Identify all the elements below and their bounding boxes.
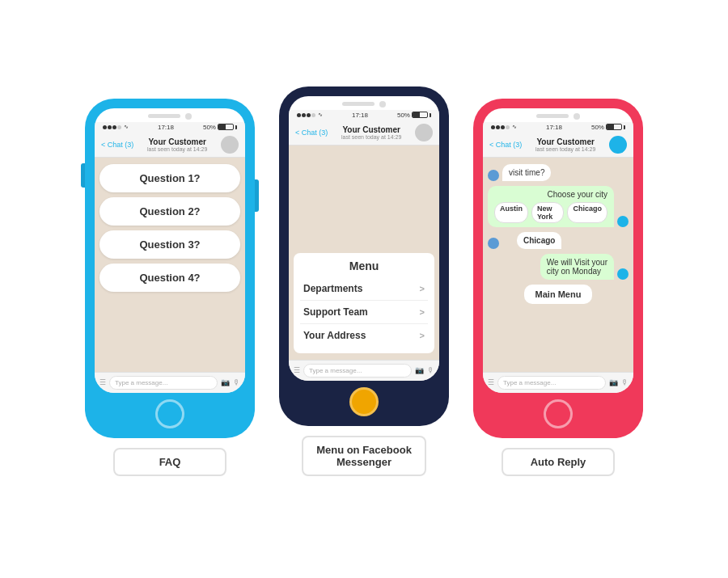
back-label: < Chat (3) (101, 141, 133, 149)
faq-q4[interactable]: Question 4? (99, 264, 240, 292)
battery-tip (624, 125, 625, 129)
chevron-right-icon: > (420, 331, 425, 340)
chat-info: Your Customer last seen today at 14:29 (332, 125, 410, 140)
faq-label: FAQ (113, 448, 226, 476)
city-austin[interactable]: Austin (494, 202, 528, 223)
sender-avatar (488, 170, 499, 181)
city-newyork[interactable]: New York (531, 202, 564, 223)
status-time: 17:18 (352, 112, 368, 119)
battery-percent: 50% (203, 124, 216, 131)
speaker (536, 114, 569, 118)
menu-item-support[interactable]: Support Team > (300, 301, 428, 324)
wifi-icon: ∿ (512, 124, 517, 130)
will-visit-bubble: We will Visit your city on Monday (540, 254, 614, 280)
msg-choose-city: Choose your city Austin New York Chicago (488, 186, 629, 227)
visit-time-text: visit time? (509, 168, 544, 177)
phone-notch (289, 96, 439, 110)
signal-dots (103, 124, 122, 131)
sender-avatar-right (617, 216, 629, 227)
home-button[interactable] (349, 387, 379, 416)
menu-item-address[interactable]: Your Address > (300, 324, 428, 347)
menu-item-departments[interactable]: Departments > (300, 277, 428, 301)
avatar (609, 136, 627, 154)
status-time: 17:18 (158, 124, 174, 131)
chat-seen: last seen today at 14:29 (527, 146, 604, 152)
choose-city-text: Choose your city (548, 190, 607, 199)
status-bar: ∿ 17:18 50% (483, 122, 633, 133)
back-button[interactable]: < Chat (3) (295, 129, 328, 137)
faq-phone: ∿ 17:18 50% < Chat (3) (85, 99, 255, 438)
wifi-icon: ∿ (124, 124, 129, 130)
faq-phone-screen: ∿ 17:18 50% < Chat (3) (95, 108, 245, 393)
menu-phone-wrapper: ∿ 17:18 50% < Chat (3) (279, 86, 449, 476)
menu-chat-body: Menu Departments > Support Team > Your A… (289, 146, 439, 360)
back-label: < Chat (3) (489, 141, 522, 149)
back-button[interactable]: < Chat (3) (101, 141, 133, 149)
status-time: 17:18 (546, 124, 562, 131)
camera-icon[interactable]: 📷 (221, 378, 230, 386)
home-button[interactable] (544, 399, 573, 428)
autoreply-phone-wrapper: ∿ 17:18 50% < Chat (3) (473, 99, 643, 476)
back-button[interactable]: < Chat (3) (489, 141, 522, 149)
signal-dots (297, 112, 316, 119)
wifi-icon: ∿ (318, 112, 323, 118)
battery: 50% (591, 124, 625, 131)
menu-title: Menu (300, 259, 428, 272)
avatar (221, 136, 239, 154)
camera (185, 113, 192, 120)
msg-chicago-selected: Chicago (488, 232, 629, 249)
speaker (342, 102, 375, 106)
menu-item-label: Support Team (303, 306, 368, 318)
city-chicago[interactable]: Chicago (567, 202, 607, 223)
home-button[interactable] (155, 399, 184, 428)
phone-notch (95, 108, 245, 122)
chat-header: < Chat (3) Your Customer last seen today… (289, 120, 439, 146)
menu-card: Menu Departments > Support Team > Your A… (294, 253, 434, 353)
back-label: < Chat (3) (295, 129, 328, 137)
menu-item-label: Your Address (303, 330, 366, 341)
mic-icon[interactable]: 🎙 (427, 366, 434, 374)
menu-phone-screen: ∿ 17:18 50% < Chat (3) (289, 96, 439, 381)
avatar (415, 124, 433, 141)
chat-name: Your Customer (332, 125, 410, 134)
camera-icon[interactable]: 📷 (415, 366, 424, 374)
sender-avatar-right (617, 268, 629, 280)
chat-header: < Chat (3) Your Customer last seen today… (483, 133, 633, 158)
chat-name: Your Customer (527, 137, 604, 146)
camera (574, 113, 580, 120)
battery-percent: 50% (591, 124, 604, 131)
faq-q1[interactable]: Question 1? (99, 164, 240, 192)
mic-icon[interactable]: 🎙 (233, 378, 240, 386)
battery-fill (607, 124, 614, 129)
msg-will-visit: We will Visit your city on Monday (488, 254, 629, 280)
faq-chat-body: Question 1? Question 2? Question 3? Ques… (95, 158, 245, 372)
battery-tip (430, 113, 431, 117)
autoreply-phone-screen: ∿ 17:18 50% < Chat (3) (483, 108, 633, 393)
battery: 50% (203, 124, 237, 131)
faq-q2[interactable]: Question 2? (99, 197, 240, 226)
status-left: ∿ (103, 124, 129, 131)
choose-city-bubble: Choose your city Austin New York Chicago (488, 186, 614, 227)
input-menu-icon: ☰ (294, 366, 300, 374)
message-input[interactable]: Type a message... (303, 364, 412, 378)
battery-bar (218, 124, 234, 130)
mic-icon[interactable]: 🎙 (621, 378, 629, 386)
message-input[interactable]: Type a message... (497, 376, 606, 390)
chevron-right-icon: > (420, 284, 425, 293)
autoreply-chat-body: visit time? Choose your city Austin New … (483, 158, 633, 372)
battery-bar (606, 124, 622, 130)
input-bar: ☰ Type a message... 📷 🎙 (95, 372, 245, 393)
chat-header: < Chat (3) Your Customer last seen today… (95, 133, 245, 158)
chat-name: Your Customer (138, 137, 216, 146)
msg-main-menu: Main Menu (488, 285, 629, 304)
status-bar: ∿ 17:18 50% (289, 110, 439, 120)
message-input[interactable]: Type a message... (109, 376, 218, 390)
chicago-selected-text: Chicago (517, 232, 561, 249)
faq-q3[interactable]: Question 3? (99, 230, 240, 259)
main-menu-text[interactable]: Main Menu (524, 285, 593, 304)
faq-phone-wrapper: ∿ 17:18 50% < Chat (3) (85, 99, 255, 476)
chevron-right-icon: > (420, 307, 425, 317)
camera-icon[interactable]: 📷 (609, 378, 618, 386)
battery-fill (413, 112, 420, 117)
menu-label: Menu on Facebook Messenger (302, 436, 426, 476)
